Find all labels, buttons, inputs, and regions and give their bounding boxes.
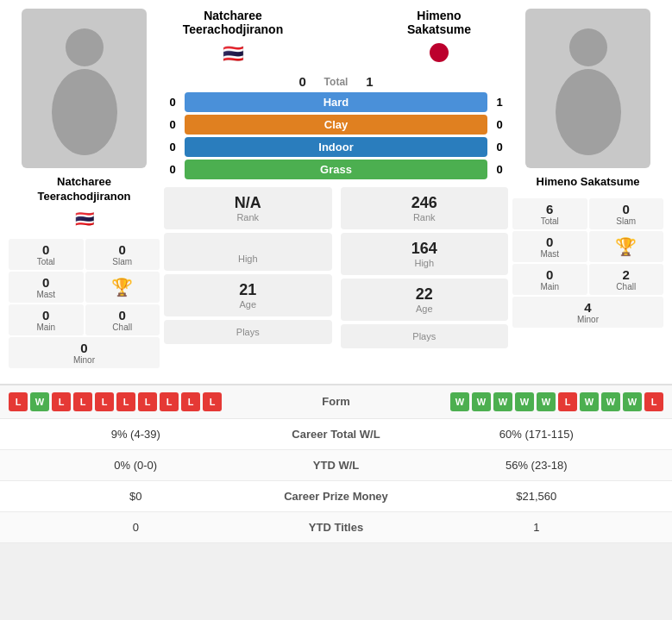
p2-minor-box: 4 Minor [512, 297, 663, 328]
p2-indoor-score: 0 [491, 141, 508, 153]
surface-rows: 0 Hard 1 0 Clay 0 0 Indoor 0 0 Grass [164, 92, 508, 179]
p1-rank-label: Rank [173, 212, 323, 222]
clay-row: 0 Clay 0 [164, 115, 508, 135]
form-badge: W [623, 392, 642, 411]
p1-total-score: 0 [294, 74, 311, 89]
stat-p2-val: $21,560 [414, 490, 660, 503]
p2-main-box: 0 Main [512, 264, 587, 295]
p2-rank-box: 246 Rank [341, 187, 509, 229]
player1-flag: 🇹🇭 [75, 210, 94, 229]
stat-row: 0 YTD Titles 1 [0, 512, 672, 543]
form-badge: L [116, 392, 135, 411]
hard-row: 0 Hard 1 [164, 92, 508, 112]
trophy-icon-2: 🏆 [615, 236, 637, 257]
form-badge: W [580, 392, 599, 411]
p2-mast-label: Mast [514, 249, 586, 259]
p2-flag-center [370, 43, 508, 66]
p1-slam-label: Slam [87, 257, 159, 266]
grass-badge: Grass [185, 160, 487, 179]
player1-stats: 0 Total 0 Slam 0 Mast 🏆 0 Main [9, 239, 160, 368]
p2-age-value: 22 [349, 285, 500, 304]
stat-p1-val: 0% (0-0) [13, 459, 259, 472]
bottom-section: LWLLLLLLLL Form WWWWWLWWWL 9% (4-39) Car… [0, 384, 672, 543]
p2-total-value: 6 [514, 202, 586, 216]
p2-high-value: 164 [349, 240, 500, 258]
p2-mast-box: 0 Mast [512, 231, 587, 262]
p1-high-box: High [164, 233, 332, 271]
player2-stats: 6 Total 0 Slam 0 Mast 🏆 0 Main [512, 198, 663, 328]
stat-row: $0 Career Prize Money $21,560 [0, 481, 672, 512]
indoor-row: 0 Indoor 0 [164, 137, 508, 157]
p1-age-label: Age [173, 299, 323, 310]
p1-rank-value: N/A [173, 194, 323, 212]
p2-chall-value: 2 [591, 267, 663, 282]
stats-rows: 9% (4-39) Career Total W/L 60% (171-115)… [0, 419, 672, 543]
p2-rank-label: Rank [349, 212, 500, 222]
stat-p1-val: 0 [13, 521, 259, 534]
comparison-section: Natcharee Teerachodjiranon 🇹🇭 0 Total 0 … [0, 0, 672, 377]
svg-point-1 [52, 69, 117, 155]
p1-chall-box: 0 Chall [85, 304, 160, 335]
stat-p1-val: 9% (4-39) [13, 428, 259, 441]
form-badge: W [601, 392, 620, 411]
svg-point-4 [556, 69, 621, 155]
form-badge: L [558, 392, 577, 411]
p2-plays-box: Plays [341, 324, 509, 348]
p1-high-value [173, 240, 323, 254]
p2-high-box: 164 High [341, 233, 509, 275]
player1-avatar [22, 9, 147, 168]
p2-chall-box: 2 Chall [589, 264, 664, 295]
player2-section: Himeno Sakatsume 6 Total 0 Slam 0 Mast 🏆 [512, 9, 663, 328]
p2-high-label: High [349, 258, 500, 268]
p1-total-label: Total [10, 257, 82, 266]
form-badge: L [644, 392, 663, 411]
form-badge: W [515, 392, 534, 411]
form-badge: W [493, 392, 512, 411]
p2-rank-value: 246 [349, 194, 500, 212]
hard-badge: Hard [185, 92, 487, 112]
form-badge: W [537, 392, 556, 411]
p2-center-name: Himeno Sakatsume [370, 9, 508, 36]
p1-chall-value: 0 [87, 308, 159, 323]
p1-hard-score: 0 [164, 96, 181, 109]
p1-minor-label: Minor [10, 355, 158, 365]
p1-high-label: High [173, 254, 323, 264]
p2-total-box: 6 Total [512, 198, 587, 229]
p2-chall-label: Chall [591, 282, 663, 291]
p1-mast-box: 0 Mast [9, 272, 84, 303]
p2-main-label: Main [514, 282, 586, 291]
p2-form-badges: WWWWWLWWWL [388, 392, 664, 411]
player1-section: Natcharee Teerachodjiranon 🇹🇭 0 Total 0 … [9, 9, 160, 368]
stat-p2-val: 60% (171-115) [414, 428, 660, 441]
p1-plays-label: Plays [173, 327, 323, 337]
p1-main-label: Main [10, 323, 82, 332]
stat-label: Career Prize Money [259, 490, 414, 503]
p2-minor-value: 4 [514, 300, 662, 315]
grass-row: 0 Grass 0 [164, 160, 508, 179]
p2-trophy-box: 🏆 [589, 231, 664, 262]
p1-trophy-box: 🏆 [85, 272, 160, 303]
stat-label: YTD W/L [259, 459, 414, 472]
p1-total-value: 0 [10, 242, 82, 257]
p1-minor-box: 0 Minor [9, 337, 160, 368]
form-badge: L [52, 392, 71, 411]
player2-avatar [525, 9, 650, 168]
stat-p2-val: 56% (23-18) [414, 459, 660, 472]
stat-row: 0% (0-0) YTD W/L 56% (23-18) [0, 450, 672, 481]
p1-main-box: 0 Main [9, 304, 84, 335]
form-badge: L [203, 392, 222, 411]
p1-total-box: 0 Total [9, 239, 84, 270]
form-label: Form [285, 395, 388, 408]
p1-slam-value: 0 [87, 242, 159, 257]
p2-main-value: 0 [514, 267, 586, 282]
total-label: Total [324, 76, 349, 88]
clay-badge: Clay [185, 115, 487, 135]
svg-point-0 [66, 28, 104, 66]
p2-age-label: Age [349, 304, 500, 314]
flags-row: 🇹🇭 [164, 43, 508, 66]
stat-label: YTD Titles [259, 521, 414, 534]
p1-age-value: 21 [173, 281, 323, 299]
p1-info-boxes: N/A Rank High 21 Age Plays [164, 187, 332, 348]
stat-label: Career Total W/L [259, 428, 414, 441]
p2-slam-value: 0 [591, 202, 663, 216]
